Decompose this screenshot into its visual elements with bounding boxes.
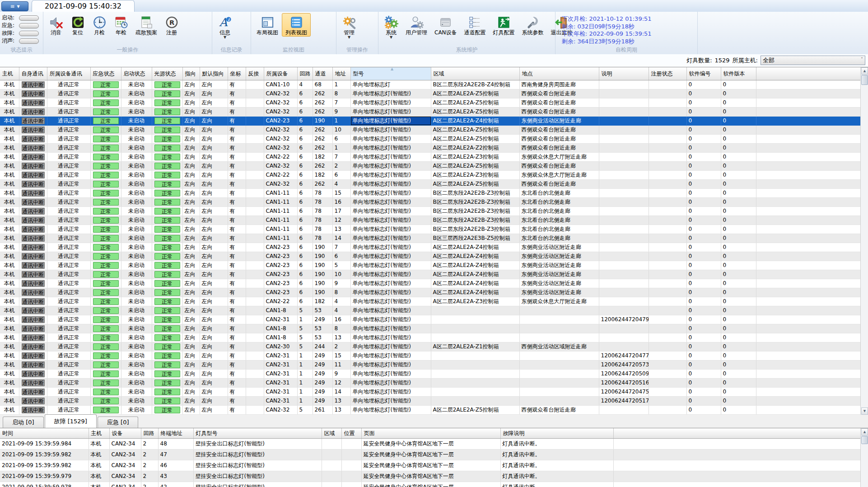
cell-位置[interactable] — [341, 439, 361, 450]
cell-startup[interactable]: 未启动 — [121, 234, 152, 243]
cell-device[interactable]: CAN1-11 — [264, 216, 297, 225]
cell-note[interactable] — [599, 126, 649, 135]
cell-reverse[interactable] — [246, 80, 264, 89]
cell-light_source[interactable]: 正常 — [152, 144, 182, 153]
cell-reverse[interactable] — [246, 270, 264, 279]
cell-model[interactable]: 单向地埋标志灯(智能型) — [350, 108, 431, 117]
cell-model[interactable]: 单向地埋标志灯(智能型) — [350, 324, 431, 333]
cell-note[interactable] — [599, 171, 649, 180]
cell-device_comm[interactable]: 通讯正常 — [47, 117, 90, 126]
cell-software_no[interactable]: 0 — [686, 279, 721, 288]
col-注册状态[interactable]: 注册状态 — [649, 67, 686, 80]
cell-host[interactable]: 本机 — [0, 342, 19, 351]
cell-location[interactable]: 东侧商业活动区附近走廊 — [519, 261, 599, 270]
cell-reverse[interactable] — [246, 144, 264, 153]
cell-startup[interactable]: 未启动 — [121, 279, 152, 288]
cell-location[interactable]: 西侧观众看台附近走廊 — [519, 406, 599, 415]
cell-loop[interactable]: 5 — [297, 306, 313, 315]
cell-startup[interactable]: 未启动 — [121, 162, 152, 171]
cell-default_direction[interactable]: 左向 — [200, 306, 228, 315]
cell-回路[interactable]: 2 — [141, 471, 158, 482]
evacuation-plan-button[interactable]: 疏散预案 — [132, 13, 161, 37]
cell-emergency[interactable]: 正常 — [90, 108, 121, 117]
col-区域[interactable]: 区域 — [431, 67, 519, 80]
cell-终端地址[interactable]: 43 — [158, 471, 193, 482]
cell-channel[interactable]: 53 — [313, 324, 332, 333]
cell-emergency[interactable]: 正常 — [90, 135, 121, 144]
cell-self_comm[interactable]: 通讯中断 — [19, 117, 47, 126]
cell-startup[interactable]: 未启动 — [121, 117, 152, 126]
cell-host[interactable]: 本机 — [0, 108, 19, 117]
cell-emergency[interactable]: 正常 — [90, 98, 121, 108]
cell-model[interactable]: 单向地埋标志灯(智能型) — [350, 279, 431, 288]
system-params-button[interactable]: 系统参数 — [518, 13, 547, 37]
cell-location[interactable]: 东侧商业活动区附近走廊 — [519, 252, 599, 261]
cell-channel[interactable]: 249 — [313, 388, 332, 397]
cell-default_direction[interactable]: 左向 — [200, 207, 228, 216]
cell-register_state[interactable] — [649, 333, 686, 342]
cell-emergency[interactable]: 正常 — [90, 198, 121, 207]
cell-area[interactable]: B区三层西段2A2E3B-Z5控制箱 — [431, 234, 519, 243]
cell-light_source[interactable]: 正常 — [152, 315, 182, 324]
cell-location[interactable]: 西侧商业活动区域附近走廊 — [519, 342, 599, 351]
cell-startup[interactable]: 未启动 — [121, 406, 152, 415]
cell-channel[interactable]: 190 — [313, 252, 332, 261]
cell-direction[interactable]: 左向 — [182, 297, 200, 306]
cell-direction[interactable]: 左向 — [182, 80, 200, 89]
cell-software_ver[interactable]: 0 — [721, 189, 756, 198]
cell-software_no[interactable]: 0 — [686, 80, 721, 89]
cell-software_no[interactable]: 0 — [686, 126, 721, 135]
cell-channel[interactable]: 249 — [313, 397, 332, 406]
cell-device[interactable]: CAN2-23 — [264, 270, 297, 279]
cell-host[interactable]: 本机 — [0, 162, 19, 171]
host-filter-select[interactable]: 全部 ˇ — [761, 56, 865, 65]
cell-software_ver[interactable]: 0 — [721, 225, 756, 234]
cell-channel[interactable]: 262 — [313, 144, 332, 153]
cell-location[interactable] — [519, 361, 599, 370]
cell-device[interactable]: CAN2-31 — [264, 351, 297, 361]
cell-host[interactable]: 本机 — [0, 288, 19, 297]
cell-default_direction[interactable]: 左向 — [200, 279, 228, 288]
cell-位置[interactable] — [341, 460, 361, 471]
cell-channel[interactable]: 262 — [313, 89, 332, 98]
cell-host[interactable]: 本机 — [0, 261, 19, 270]
cell-model[interactable]: 单向地埋标志灯(智能型) — [350, 126, 431, 135]
cell-startup[interactable]: 未启动 — [121, 388, 152, 397]
cell-self_comm[interactable]: 通讯中断 — [19, 306, 47, 315]
cell-startup[interactable]: 未启动 — [121, 243, 152, 252]
cell-software_ver[interactable]: 0 — [721, 198, 756, 207]
cell-device_comm[interactable]: 通讯正常 — [47, 306, 90, 315]
cell-device_comm[interactable]: 通讯正常 — [47, 279, 90, 288]
cell-area[interactable]: B区二层东段2A2E2B-Z3控制箱 — [431, 207, 519, 216]
cell-emergency[interactable]: 正常 — [90, 261, 121, 270]
table-row[interactable]: 本机通讯中断通讯正常正常未启动正常左向左向有CAN2-2261827单向地埋标志… — [0, 153, 860, 162]
cell-coordinate[interactable]: 有 — [228, 171, 246, 180]
cell-note[interactable] — [599, 333, 649, 342]
cell-channel[interactable]: 182 — [313, 297, 332, 306]
cell-device_comm[interactable]: 通讯正常 — [47, 144, 90, 153]
cell-addr[interactable]: 6 — [332, 135, 350, 144]
cell-addr[interactable]: 10 — [332, 126, 350, 135]
cell-software_ver[interactable]: 0 — [721, 243, 756, 252]
cell-register_state[interactable] — [649, 252, 686, 261]
cell-area[interactable]: A区二层2ALE2A-Z3控制箱 — [431, 153, 519, 162]
scroll-down-button[interactable]: ▼ — [861, 407, 868, 415]
cell-direction[interactable]: 左向 — [182, 315, 200, 324]
cell-channel[interactable]: 190 — [313, 279, 332, 288]
cell-location[interactable]: 西侧观众看台附近走廊 — [519, 162, 599, 171]
cell-coordinate[interactable]: 有 — [228, 333, 246, 342]
cell-coordinate[interactable]: 有 — [228, 108, 246, 117]
cell-coordinate[interactable]: 有 — [228, 324, 246, 333]
cell-device[interactable]: CAN2-23 — [264, 288, 297, 297]
cell-direction[interactable]: 左向 — [182, 351, 200, 361]
cell-model[interactable]: 单向地埋标志灯(智能型) — [350, 144, 431, 153]
cell-note[interactable] — [599, 342, 649, 351]
cell-startup[interactable]: 未启动 — [121, 379, 152, 388]
fault-row[interactable]: 2021-09-09 15:39:59.984本机CAN2-34248壁挂安全出… — [0, 439, 860, 450]
cell-register_state[interactable] — [649, 108, 686, 117]
cell-emergency[interactable]: 正常 — [90, 333, 121, 342]
cell-device_comm[interactable]: 通讯正常 — [47, 397, 90, 406]
cell-direction[interactable]: 左向 — [182, 162, 200, 171]
cell-loop[interactable]: 6 — [297, 144, 313, 153]
cell-direction[interactable]: 左向 — [182, 126, 200, 135]
